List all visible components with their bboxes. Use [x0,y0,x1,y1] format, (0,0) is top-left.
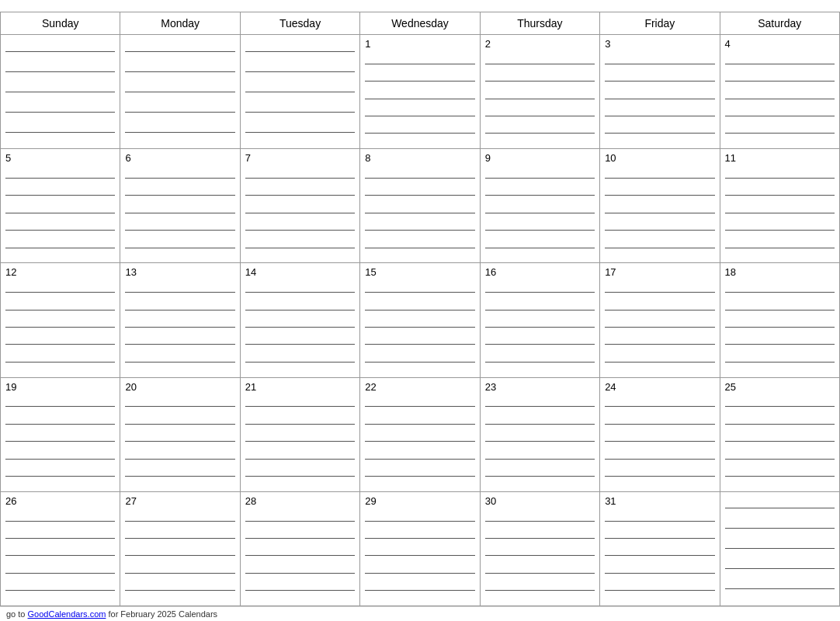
day-number: 26 [5,495,115,507]
day-cell-15: 15 [360,263,480,376]
cell-line [725,178,835,179]
cell-line [605,81,714,82]
day-number: 8 [365,152,474,164]
cell-line [365,81,474,82]
cell-line [485,362,595,363]
cell-line [725,64,835,64]
day-number: 25 [725,381,835,393]
cell-line [245,248,355,248]
cell-line [125,406,234,407]
cell-line [725,195,835,196]
day-number: 23 [485,381,595,393]
cell-line [245,327,355,328]
cell-line [605,292,714,293]
cell-line [605,590,714,591]
cell-line [245,213,355,213]
empty-cell [1,35,120,148]
day-cell-19: 19 [1,378,120,491]
cell-line [5,248,115,248]
cell-line [125,424,234,425]
footer-link[interactable]: GoodCalendars.com [28,609,106,619]
day-cell-22: 22 [360,378,480,491]
day-number: 21 [245,381,355,393]
day-number: 31 [605,495,714,507]
cell-line [125,590,234,591]
cell-line [245,292,355,293]
cell-line [245,362,355,363]
cell-line [725,548,835,549]
day-cell-1: 1 [360,35,480,148]
cell-line [125,573,234,574]
cell-line [605,344,714,345]
cell-line [245,590,355,591]
day-cell-11: 11 [720,149,840,262]
cell-line [245,441,355,442]
day-cell-24: 24 [600,378,720,491]
day-cell-17: 17 [600,263,720,376]
cell-line [365,555,474,556]
cell-line [5,521,115,522]
cell-line [125,51,234,52]
cell-line [365,116,474,116]
day-number: 13 [125,266,234,278]
cell-line [365,406,474,407]
day-header-friday: Friday [600,12,720,34]
cell-line [485,327,595,328]
cell-line [605,248,714,248]
day-cell-31: 31 [600,492,720,605]
cell-line [125,248,234,248]
cell-line [125,195,234,196]
day-cell-13: 13 [120,263,240,376]
day-cell-5: 5 [1,149,120,262]
cell-line [245,310,355,310]
cell-line [245,406,355,407]
cell-line [725,441,835,442]
cell-line [365,195,474,196]
cell-line [125,112,234,113]
cell-line [125,292,234,293]
cell-line [725,528,835,529]
day-number: 18 [725,266,835,278]
cell-line [125,344,234,345]
day-cell-23: 23 [481,378,600,491]
day-number: 4 [725,38,835,50]
day-number: 28 [245,495,355,507]
cell-line [485,424,595,425]
cell-line [605,476,714,477]
cell-line [365,99,474,99]
cell-line [125,441,234,442]
cell-line [5,555,115,556]
cell-line [125,538,234,539]
cell-line [605,441,714,442]
cell-line [125,459,234,460]
footer: go to GoodCalendars.com for February 202… [0,606,840,621]
cell-line [485,213,595,213]
calendar-grid: SundayMondayTuesdayWednesdayThursdayFrid… [0,12,840,606]
day-number: 15 [365,266,474,278]
cell-line [245,573,355,574]
day-cell-30: 30 [481,492,600,605]
cell-line [5,178,115,179]
cell-line [485,64,595,64]
day-cell-9: 9 [481,149,600,262]
cell-line [365,64,474,64]
cell-line [485,521,595,522]
cell-line [365,327,474,328]
day-number: 14 [245,266,355,278]
cell-line [605,521,714,522]
day-cell-7: 7 [241,149,360,262]
cell-line [605,230,714,231]
cell-line [125,327,234,328]
cell-line [485,310,595,310]
day-cell-27: 27 [120,492,240,605]
cell-line [485,195,595,196]
day-header-wednesday: Wednesday [360,12,480,34]
cell-line [5,132,115,133]
cell-line [725,476,835,477]
cell-line [5,327,115,328]
day-cell-25: 25 [720,378,840,491]
calendar-title [0,0,840,12]
cell-line [5,195,115,196]
empty-cell [720,492,840,605]
cell-line [125,521,234,522]
